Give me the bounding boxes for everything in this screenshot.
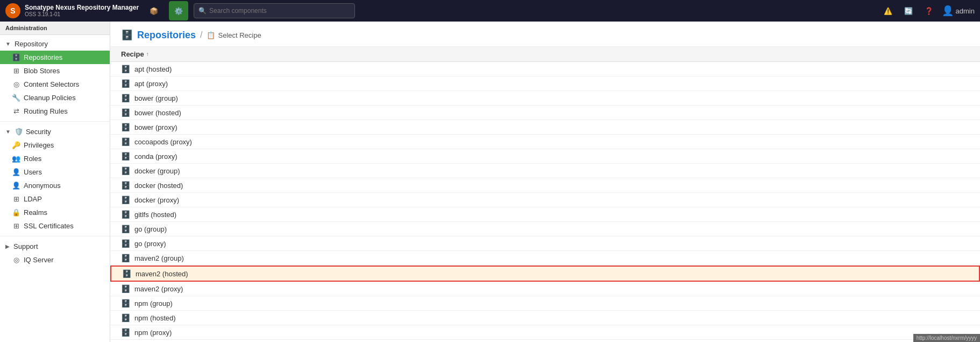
sidebar-group-security-header[interactable]: ▼ 🛡️ Security <box>0 125 110 138</box>
breadcrumb-separator: / <box>200 30 202 40</box>
sidebar-item-privileges-label: Privileges <box>24 141 54 149</box>
row-label: go (proxy) <box>134 240 166 248</box>
table-row[interactable]: 🗄️ nuget (group) <box>110 340 980 342</box>
table-row[interactable]: 🗄️ go (group) <box>110 222 980 236</box>
row-db-icon: 🗄️ <box>121 152 130 160</box>
help-icon[interactable]: ❓ <box>921 3 936 18</box>
refresh-icon[interactable]: 🔄 <box>901 3 916 18</box>
sidebar-item-content-selectors[interactable]: ◎ Content Selectors <box>0 78 110 91</box>
table-cell: 🗄️ npm (proxy) <box>121 328 172 337</box>
row-label: bower (group) <box>134 94 178 102</box>
recipe-column-header[interactable]: Recipe ↑ <box>121 50 149 58</box>
arrow-icon-support: ▶ <box>5 243 10 249</box>
sidebar-item-realms[interactable]: 🔒 Realms <box>0 206 110 219</box>
table-row[interactable]: 🗄️ maven2 (hosted) <box>110 266 980 282</box>
table-cell: 🗄️ conda (proxy) <box>121 152 177 160</box>
content-title: Repositories <box>137 30 196 41</box>
table-row[interactable]: 🗄️ cocoapods (proxy) <box>110 135 980 149</box>
sidebar-item-ldap[interactable]: ⊞ LDAP <box>0 192 110 206</box>
row-db-icon: 🗄️ <box>121 79 130 88</box>
table-cell: 🗄️ docker (hosted) <box>121 181 183 190</box>
sidebar-group-repository-header[interactable]: ▼ Repository <box>0 37 110 51</box>
table-header: Recipe ↑ <box>110 47 980 62</box>
sidebar-group-support-header[interactable]: ▶ Support <box>0 240 110 253</box>
table-cell: 🗄️ go (proxy) <box>121 239 166 248</box>
sidebar-item-ldap-label: LDAP <box>24 195 42 203</box>
content-header: 🗄️ Repositories / 📋 Select Recipe <box>110 22 980 47</box>
table-row[interactable]: 🗄️ maven2 (group) <box>110 251 980 266</box>
search-icon: 🔍 <box>198 7 207 15</box>
row-db-icon: 🗄️ <box>121 284 130 293</box>
sidebar-item-routing-rules-label: Routing Rules <box>24 107 68 115</box>
table-row[interactable]: 🗄️ go (proxy) <box>110 236 980 251</box>
sidebar-item-anonymous[interactable]: 👤 Anonymous <box>0 179 110 192</box>
iq-server-icon: ◎ <box>12 256 20 264</box>
sidebar-item-repositories[interactable]: 🗄️ Repositories <box>0 51 110 64</box>
sidebar-item-users[interactable]: 👤 Users <box>0 165 110 179</box>
table-row[interactable]: 🗄️ bower (proxy) <box>110 120 980 135</box>
content-area: 🗄️ Repositories / 📋 Select Recipe Recipe… <box>110 22 980 342</box>
sidebar-group-support-label-text: Support <box>13 242 38 250</box>
row-label: gitlfs (hosted) <box>134 211 176 219</box>
table-cell: 🗄️ npm (group) <box>121 299 173 308</box>
table-row[interactable]: 🗄️ docker (hosted) <box>110 178 980 193</box>
table-row[interactable]: 🗄️ gitlfs (hosted) <box>110 207 980 222</box>
row-label: npm (proxy) <box>134 329 172 337</box>
table-row[interactable]: 🗄️ npm (proxy) <box>110 325 980 340</box>
table-cell: 🗄️ apt (proxy) <box>121 79 168 88</box>
row-label: maven2 (proxy) <box>134 285 183 293</box>
row-db-icon: 🗄️ <box>121 94 130 102</box>
nav-packages-icon[interactable]: 📦 <box>144 1 164 20</box>
sidebar-item-iq-server[interactable]: ◎ IQ Server <box>0 253 110 267</box>
sidebar-item-cleanup-policies-label: Cleanup Policies <box>24 94 76 102</box>
row-label: npm (group) <box>134 299 173 308</box>
user-menu[interactable]: 👤 admin <box>942 5 975 17</box>
ssl-icon: ⊞ <box>12 222 20 230</box>
sidebar-group-repository: ▼ Repository 🗄️ Repositories ⊞ Blob Stor… <box>0 35 110 120</box>
table-row[interactable]: 🗄️ apt (hosted) <box>110 62 980 76</box>
sidebar-item-privileges[interactable]: 🔑 Privileges <box>0 138 110 152</box>
row-db-icon: 🗄️ <box>121 239 130 248</box>
row-label: docker (proxy) <box>134 196 179 204</box>
table-row[interactable]: 🗄️ bower (hosted) <box>110 106 980 120</box>
sidebar-item-blob-stores[interactable]: ⊞ Blob Stores <box>0 64 110 78</box>
sidebar-group-label-text: Repository <box>15 40 48 48</box>
row-db-icon: 🗄️ <box>121 196 130 204</box>
users-icon: 👤 <box>12 168 20 176</box>
sidebar-item-roles[interactable]: 👥 Roles <box>0 152 110 165</box>
table-cell: 🗄️ bower (hosted) <box>121 108 181 117</box>
table-cell: 🗄️ go (group) <box>121 225 167 233</box>
table-cell: 🗄️ maven2 (group) <box>121 254 184 262</box>
sidebar-item-ssl-certificates[interactable]: ⊞ SSL Certificates <box>0 219 110 233</box>
search-box: 🔍 <box>194 3 355 18</box>
row-label: npm (hosted) <box>134 314 176 322</box>
sidebar-item-roles-label: Roles <box>24 155 41 163</box>
table-cell: 🗄️ apt (hosted) <box>121 65 172 73</box>
table-row[interactable]: 🗄️ bower (group) <box>110 91 980 106</box>
row-db-icon: 🗄️ <box>122 269 131 278</box>
table-row[interactable]: 🗄️ npm (hosted) <box>110 311 980 325</box>
table-cell: 🗄️ maven2 (proxy) <box>121 284 183 293</box>
table-row[interactable]: 🗄️ maven2 (proxy) <box>110 282 980 296</box>
search-input[interactable] <box>209 7 350 15</box>
recipe-table: Recipe ↑ 🗄️ apt (hosted) 🗄️ apt (proxy) … <box>110 47 980 342</box>
table-row[interactable]: 🗄️ conda (proxy) <box>110 149 980 164</box>
table-row[interactable]: 🗄️ docker (group) <box>110 164 980 178</box>
recipe-column-label: Recipe <box>121 50 144 58</box>
arrow-icon: ▼ <box>5 41 11 47</box>
bottom-url-bar: http://localhost/nxrm/yyyy <box>913 334 980 342</box>
privileges-icon: 🔑 <box>12 141 20 149</box>
row-db-icon: 🗄️ <box>121 181 130 190</box>
topbar-right: ⚠️ 🔄 ❓ 👤 admin <box>880 3 975 18</box>
table-row[interactable]: 🗄️ docker (proxy) <box>110 193 980 207</box>
sidebar-item-routing-rules[interactable]: ⇄ Routing Rules <box>0 104 110 118</box>
row-db-icon: 🗄️ <box>121 328 130 337</box>
sidebar: Administration ▼ Repository 🗄️ Repositor… <box>0 22 110 342</box>
sidebar-item-cleanup-policies[interactable]: 🔧 Cleanup Policies <box>0 91 110 104</box>
nav-settings-icon[interactable]: ⚙️ <box>169 1 188 20</box>
table-row[interactable]: 🗄️ apt (proxy) <box>110 76 980 91</box>
table-cell: 🗄️ docker (group) <box>121 166 180 175</box>
alert-icon[interactable]: ⚠️ <box>880 3 896 18</box>
table-row[interactable]: 🗄️ npm (group) <box>110 296 980 311</box>
table-cell: 🗄️ gitlfs (hosted) <box>121 210 176 219</box>
